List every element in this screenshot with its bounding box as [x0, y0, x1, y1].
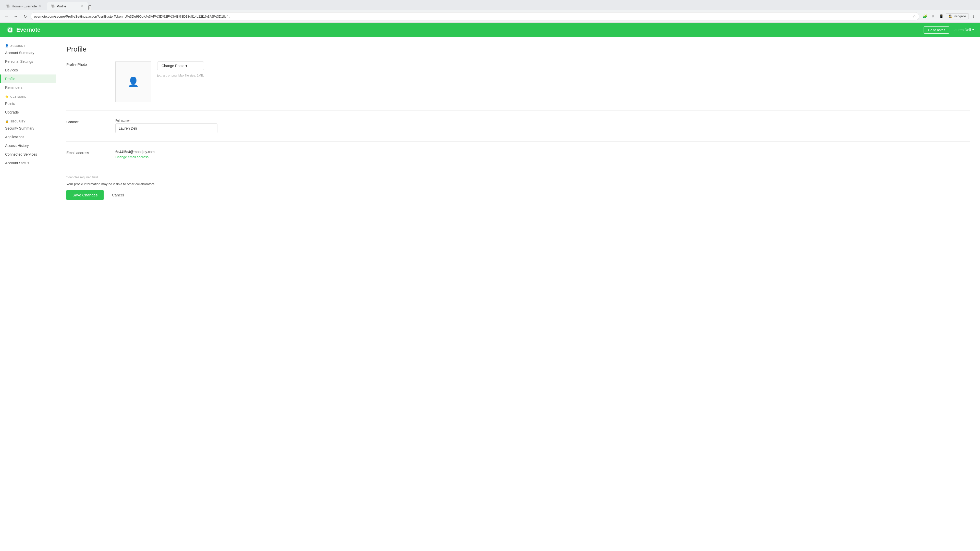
url-text: evernote.com/secure/ProfileSettings.acti…: [34, 14, 911, 18]
tab-profile-label: Profile: [57, 4, 66, 8]
sidebar-item-account-status[interactable]: Account Status: [0, 159, 56, 167]
sidebar-item-reminders[interactable]: Reminders: [0, 83, 56, 92]
account-section-label: 👤 ACCOUNT: [0, 41, 56, 48]
contact-label: Contact: [66, 119, 107, 133]
chevron-down-icon: ▾: [972, 28, 974, 32]
sidebar-item-account-summary[interactable]: Account Summary: [0, 48, 56, 57]
sidebar-item-devices[interactable]: Devices: [0, 66, 56, 75]
required-note: * denotes required field.: [66, 176, 970, 179]
nav-actions: 🧩 ⬇ 📱 🕵 Incognito ⋮: [921, 13, 977, 20]
tab-home-label: Home - Evernote: [12, 4, 37, 8]
tab-home-favicon: 🐘: [6, 4, 10, 8]
photo-hint: jpg, gif, or png. Max file size: 1MB.: [157, 73, 204, 78]
security-section-label: 🔒 SECURITY: [0, 117, 56, 124]
user-menu[interactable]: Lauren Deli ▾: [953, 28, 974, 32]
browser-tabs: 🐘 Home - Evernote ✕ 🐘 Profile ✕ +: [0, 0, 980, 10]
email-label: Email address: [66, 150, 107, 159]
new-tab-button[interactable]: +: [88, 5, 91, 10]
required-star: *: [129, 119, 130, 122]
change-photo-label: Change Photo: [162, 64, 185, 68]
tab-profile-favicon: 🐘: [51, 4, 55, 8]
email-value: 6d44f5c4@moodjoy.com: [115, 150, 970, 154]
extensions-button[interactable]: 🧩: [921, 13, 928, 20]
sidebar-item-points[interactable]: Points: [0, 99, 56, 108]
cancel-button[interactable]: Cancel: [108, 190, 128, 200]
browser-chrome: 🐘 Home - Evernote ✕ 🐘 Profile ✕ + ← → ↻ …: [0, 0, 980, 23]
photo-box: 👤: [115, 62, 151, 102]
profile-photo-content: 👤 Change Photo ▾ jpg, gif, or png. Max f…: [115, 62, 970, 102]
back-button[interactable]: ←: [3, 13, 10, 20]
action-buttons: Save Changes Cancel: [66, 190, 970, 200]
tab-home-close[interactable]: ✕: [38, 4, 42, 8]
sidebar-item-security-summary[interactable]: Security Summary: [0, 124, 56, 133]
sidebar-item-access-history[interactable]: Access History: [0, 141, 56, 150]
account-icon: 👤: [5, 44, 9, 48]
app-header: Evernote Go to notes Lauren Deli ▾: [0, 23, 980, 37]
sidebar-item-profile[interactable]: Profile: [0, 75, 56, 83]
incognito-label: Incognito: [953, 14, 966, 18]
tab-profile-close[interactable]: ✕: [80, 4, 84, 8]
url-bar[interactable]: evernote.com/secure/ProfileSettings.acti…: [30, 12, 919, 21]
contact-content: Full name*: [115, 119, 970, 133]
email-content: 6d44f5c4@moodjoy.com Change email addres…: [115, 150, 970, 159]
incognito-icon: 🕵: [948, 14, 953, 18]
app-logo[interactable]: Evernote: [6, 26, 924, 34]
bookmark-icon[interactable]: ☆: [913, 14, 916, 18]
logo-text: Evernote: [16, 27, 40, 33]
change-email-link[interactable]: Change email address: [115, 155, 148, 159]
sidebar-item-applications[interactable]: Applications: [0, 133, 56, 141]
profile-photo-section: Profile Photo 👤 Change Photo ▾ jpg, gif,…: [66, 62, 970, 111]
photo-controls: Change Photo ▾ jpg, gif, or png. Max fil…: [157, 62, 204, 78]
header-actions: Go to notes Lauren Deli ▾: [924, 26, 974, 34]
form-footer: * denotes required field. Your profile i…: [66, 176, 970, 200]
email-section: Email address 6d44f5c4@moodjoy.com Chang…: [66, 150, 970, 167]
menu-button[interactable]: ⋮: [970, 13, 977, 20]
change-photo-button[interactable]: Change Photo ▾: [157, 62, 204, 70]
tab-home[interactable]: 🐘 Home - Evernote ✕: [2, 2, 46, 10]
evernote-logo-icon: [6, 26, 14, 34]
profile-photo-label: Profile Photo: [66, 62, 107, 102]
visibility-note: Your profile information may be visible …: [66, 182, 970, 186]
app-body: 👤 ACCOUNT Account Summary Personal Setti…: [0, 37, 980, 551]
photo-area: 👤 Change Photo ▾ jpg, gif, or png. Max f…: [115, 62, 970, 102]
photo-placeholder: 👤: [127, 76, 139, 87]
sidebar: 👤 ACCOUNT Account Summary Personal Setti…: [0, 37, 56, 551]
sidebar-item-upgrade[interactable]: Upgrade: [0, 108, 56, 117]
person-icon: 👤: [127, 76, 139, 87]
contact-section: Contact Full name*: [66, 119, 970, 141]
reload-button[interactable]: ↻: [21, 13, 29, 20]
dropdown-arrow-icon: ▾: [186, 64, 187, 68]
security-icon: 🔒: [5, 120, 9, 123]
sidebar-item-connected-services[interactable]: Connected Services: [0, 150, 56, 159]
user-name: Lauren Deli: [953, 28, 971, 32]
full-name-label: Full name*: [115, 119, 970, 122]
full-name-input[interactable]: [115, 124, 218, 133]
get-more-section-label: ⭐ GET MORE: [0, 92, 56, 99]
incognito-badge: 🕵 Incognito: [946, 13, 969, 19]
download-button[interactable]: ⬇: [929, 13, 937, 20]
browser-nav: ← → ↻ evernote.com/secure/ProfileSetting…: [0, 10, 980, 22]
go-to-notes-button[interactable]: Go to notes: [924, 26, 950, 34]
main-content: Profile Profile Photo 👤 Change Photo ▾: [56, 37, 980, 551]
devices-button[interactable]: 📱: [938, 13, 945, 20]
sidebar-item-personal-settings[interactable]: Personal Settings: [0, 57, 56, 66]
save-changes-button[interactable]: Save Changes: [66, 190, 103, 200]
get-more-icon: ⭐: [5, 95, 9, 98]
tab-profile[interactable]: 🐘 Profile ✕: [47, 2, 88, 10]
page-title: Profile: [66, 45, 970, 53]
forward-button[interactable]: →: [12, 13, 19, 20]
